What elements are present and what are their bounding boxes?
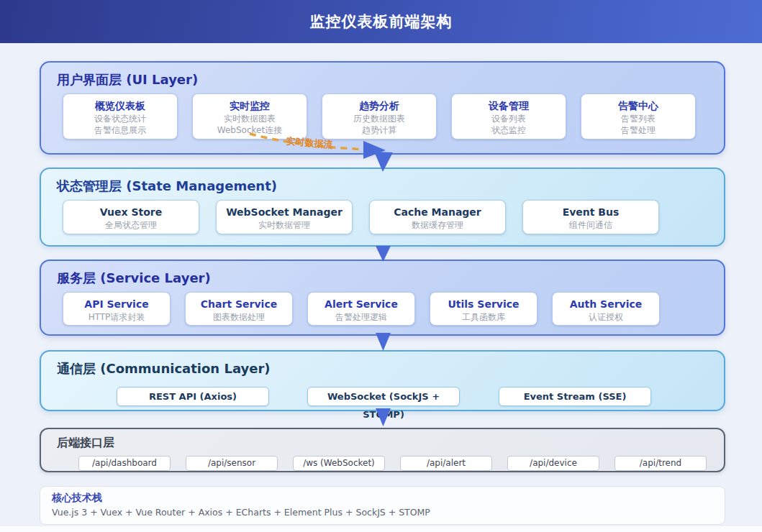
tech-stack-panel: 核心技术栈 Vue.js 3 + Vuex + Vue Router + Axi…	[40, 486, 725, 525]
card-subtitle: 组件间通信	[523, 219, 658, 231]
endpoint-api-dashboard: /api/dashboard	[78, 456, 171, 471]
layer-title-service: 服务层 (Service Layer)	[57, 270, 211, 287]
card-utils-service: Utils Service 工具函数库	[430, 292, 538, 326]
card-title: API Service	[63, 298, 170, 311]
card-subtitle: WebSocket连接	[193, 124, 307, 136]
card-subtitle: 认证授权	[553, 311, 659, 323]
header-bar: 监控仪表板前端架构	[0, 0, 762, 43]
card-subtitle: 设备列表	[452, 113, 566, 124]
card-title: Event Bus	[523, 206, 658, 219]
card-cache-manager: Cache Manager 数据缓存管理	[369, 200, 506, 234]
card-title: Alert Service	[308, 298, 414, 311]
pill-event-stream: Event Stream (SSE)	[499, 387, 651, 406]
card-title: 实时监控	[193, 99, 307, 113]
endpoint-ws-websocket: /ws (WebSocket)	[293, 456, 385, 471]
layer-title-state: 状态管理层 (State Management)	[57, 178, 277, 195]
card-title: Cache Manager	[370, 206, 505, 219]
card-subtitle: 趋势计算	[322, 124, 436, 136]
card-subtitle: 告警处理逻辑	[308, 311, 414, 323]
pill-rest-api: REST API (Axios)	[117, 387, 269, 406]
layer-panel-ui: 用户界面层 (UI Layer) 概览仪表板 设备状态统计 告警信息展示 实时监…	[40, 61, 725, 155]
layer-title-communication: 通信层 (Communication Layer)	[57, 360, 271, 377]
card-title: 设备管理	[452, 99, 566, 113]
page-title: 监控仪表板前端架构	[310, 12, 453, 32]
endpoint-api-alert: /api/alert	[400, 456, 492, 471]
card-title: Chart Service	[186, 298, 292, 311]
card-subtitle: 工具函数库	[430, 311, 537, 323]
card-subtitle: 告警处理	[581, 124, 695, 136]
card-title: 告警中心	[581, 99, 695, 113]
tech-stack-title: 核心技术栈	[52, 492, 102, 505]
tech-stack-list: Vue.js 3 + Vuex + Vue Router + Axios + E…	[52, 507, 430, 518]
card-chart-service: Chart Service 图表数据处理	[185, 292, 293, 326]
card-vuex-store: Vuex Store 全局状态管理	[63, 200, 199, 234]
card-auth-service: Auth Service 认证授权	[552, 292, 660, 326]
card-trend-analysis: 趋势分析 历史数据图表 趋势计算	[322, 93, 437, 139]
layer-title-backend: 后端接口层	[57, 436, 114, 451]
card-alert-center: 告警中心 告警列表 告警处理	[581, 93, 696, 139]
bottom-strip	[0, 526, 762, 532]
card-subtitle: 数据缓存管理	[370, 219, 505, 231]
card-subtitle: 实时数据图表	[193, 113, 307, 124]
card-subtitle: 告警信息展示	[63, 124, 177, 136]
card-realtime-monitor: 实时监控 实时数据图表 WebSocket连接	[192, 93, 307, 139]
card-title: 趋势分析	[322, 99, 436, 113]
architecture-diagram: 监控仪表板前端架构 用户界面层 (UI Layer) 概览仪表板 设备状态统计 …	[0, 0, 762, 532]
layer-title-ui: 用户界面层 (UI Layer)	[57, 71, 198, 88]
card-title: Vuex Store	[63, 206, 199, 219]
card-device-management: 设备管理 设备列表 状态监控	[451, 93, 566, 139]
card-subtitle: HTTP请求封装	[63, 311, 170, 323]
card-overview-dashboard: 概览仪表板 设备状态统计 告警信息展示	[63, 93, 178, 139]
layer-panel-backend: 后端接口层 /api/dashboard /api/sensor /ws (We…	[40, 428, 725, 472]
layer-panel-service: 服务层 (Service Layer) API Service HTTP请求封装…	[40, 260, 725, 336]
card-subtitle: 告警列表	[581, 113, 695, 124]
card-subtitle: 状态监控	[452, 124, 566, 136]
card-subtitle: 全局状态管理	[63, 219, 199, 231]
card-title: Utils Service	[430, 298, 537, 311]
card-event-bus: Event Bus 组件间通信	[522, 200, 659, 234]
layer-panel-state: 状态管理层 (State Management) Vuex Store 全局状态…	[40, 168, 725, 247]
endpoint-api-trend: /api/trend	[614, 456, 707, 471]
card-alert-service: Alert Service 告警处理逻辑	[307, 292, 415, 326]
card-subtitle: 历史数据图表	[322, 113, 436, 124]
endpoint-api-sensor: /api/sensor	[186, 456, 278, 471]
layer-panel-communication: 通信层 (Communication Layer) REST API (Axio…	[40, 350, 725, 411]
pill-websocket: WebSocket (SockJS + STOMP)	[307, 387, 460, 406]
card-subtitle: 设备状态统计	[63, 113, 177, 124]
card-title: 概览仪表板	[63, 99, 177, 113]
card-title: WebSocket Manager	[217, 206, 352, 219]
card-websocket-manager: WebSocket Manager 实时数据管理	[216, 200, 353, 234]
card-title: Auth Service	[553, 298, 659, 311]
endpoint-api-device: /api/device	[507, 456, 599, 471]
card-subtitle: 图表数据处理	[186, 311, 292, 323]
card-api-service: API Service HTTP请求封装	[63, 292, 171, 326]
card-subtitle: 实时数据管理	[217, 219, 352, 231]
